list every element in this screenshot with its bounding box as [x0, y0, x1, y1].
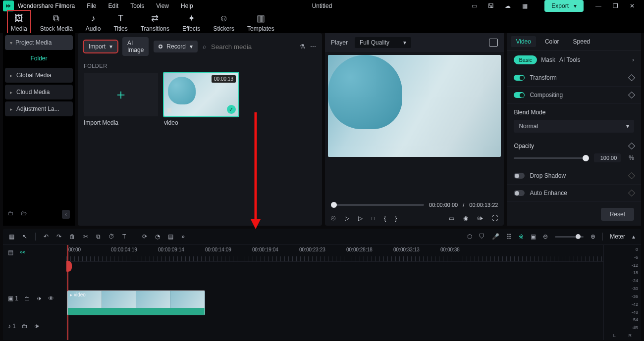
- close-icon[interactable]: ✕: [628, 2, 636, 10]
- stop-icon[interactable]: □: [372, 215, 375, 222]
- tab-video[interactable]: Video: [511, 36, 536, 47]
- zoom-slider[interactable]: [555, 236, 584, 238]
- tab-stickers[interactable]: ☺Stickers: [211, 12, 236, 33]
- tab-stock-media[interactable]: ⧉Stock Media: [38, 12, 75, 33]
- auto-enhance-toggle[interactable]: [514, 190, 525, 196]
- compositing-row[interactable]: Compositing: [507, 87, 641, 104]
- mark-out-icon[interactable]: }: [395, 215, 397, 222]
- keyframe-icon[interactable]: [628, 143, 635, 149]
- tab-color[interactable]: Color: [545, 38, 559, 45]
- mixer-icon[interactable]: ☷: [506, 233, 512, 240]
- display-icon[interactable]: ▭: [449, 215, 454, 222]
- mark-in-icon[interactable]: {: [384, 215, 386, 222]
- meter-label[interactable]: Meter: [610, 233, 625, 240]
- drop-shadow-toggle[interactable]: [514, 173, 525, 179]
- apps-icon[interactable]: ▦: [9, 233, 14, 240]
- cut-icon[interactable]: ✂: [83, 233, 88, 240]
- timeline-clip[interactable]: ▸video: [67, 291, 205, 315]
- zoom-in-icon[interactable]: ⊕: [590, 233, 595, 240]
- menu-tools[interactable]: Tools: [130, 2, 144, 9]
- opacity-track[interactable]: [514, 157, 589, 159]
- menu-edit[interactable]: Edit: [108, 2, 119, 9]
- screen-icon[interactable]: ▭: [470, 2, 478, 10]
- volume-icon[interactable]: 🕪: [477, 215, 483, 222]
- mute-icon[interactable]: 🕩: [36, 295, 42, 302]
- menu-view[interactable]: View: [156, 2, 169, 9]
- record-button[interactable]: Record▾: [154, 41, 198, 52]
- blend-mode-select[interactable]: Normal▾: [514, 120, 634, 133]
- tab-audio[interactable]: ♪Audio: [84, 12, 103, 33]
- minimize-icon[interactable]: ―: [594, 2, 602, 10]
- undo-icon[interactable]: ↶: [44, 233, 49, 240]
- tab-templates[interactable]: ▥Templates: [245, 12, 276, 33]
- keyframe-icon[interactable]: [628, 172, 635, 179]
- color-icon[interactable]: ◔: [155, 233, 160, 240]
- tab-titles[interactable]: TTitles: [111, 12, 129, 33]
- shield-icon[interactable]: ⛉: [479, 233, 485, 240]
- sidebar-item-cloud-media[interactable]: ▸Cloud Media: [5, 85, 73, 99]
- crop-icon[interactable]: ⧉: [96, 233, 101, 240]
- search-input[interactable]: [211, 43, 295, 50]
- drop-shadow-row[interactable]: Drop Shadow: [507, 167, 641, 185]
- rotate-icon[interactable]: ⟳: [142, 233, 147, 240]
- zoom-out-icon[interactable]: ⊖: [543, 233, 548, 240]
- scrub-head[interactable]: [331, 202, 337, 208]
- play-backward-icon[interactable]: ▷: [345, 215, 349, 222]
- marker-icon[interactable]: ⬡: [467, 233, 472, 240]
- opacity-thumb[interactable]: [583, 155, 589, 161]
- import-button[interactable]: Import▾: [84, 41, 117, 52]
- mute-icon[interactable]: 🕩: [34, 323, 40, 330]
- maximize-icon[interactable]: ❐: [611, 2, 619, 10]
- transform-toggle[interactable]: [514, 75, 525, 81]
- fullscreen-icon[interactable]: ⛶: [492, 215, 498, 222]
- play-icon[interactable]: ▷: [358, 215, 363, 222]
- tab-speed[interactable]: Speed: [573, 38, 590, 45]
- quality-select[interactable]: Full Quality▾: [355, 37, 411, 48]
- tab-media[interactable]: 🖼Media: [9, 12, 29, 33]
- menu-help[interactable]: Help: [181, 2, 193, 9]
- lock-icon[interactable]: 🗀: [24, 295, 30, 302]
- more-icon[interactable]: »: [181, 233, 185, 240]
- sidebar-item-global-media[interactable]: ▸Global Media: [5, 68, 73, 83]
- speed-icon[interactable]: ⏱: [108, 233, 114, 240]
- subtab-ai-tools[interactable]: AI Tools: [559, 56, 580, 63]
- audio-track-header[interactable]: ♪ 1 🗀 🕩: [3, 312, 66, 340]
- subtab-basic[interactable]: Basic: [514, 55, 537, 64]
- reset-button[interactable]: Reset: [601, 208, 634, 221]
- auto-enhance-row[interactable]: Auto Enhance: [507, 185, 641, 202]
- more-icon[interactable]: ⋯: [310, 43, 316, 50]
- save-icon[interactable]: 🖫: [487, 2, 495, 10]
- opacity-value[interactable]: 100.00: [594, 153, 621, 162]
- time-ruler[interactable]: 00:00 00:00:04:19 00:00:09:14 00:00:14:0…: [66, 245, 603, 262]
- prev-frame-icon[interactable]: ⦾: [331, 215, 336, 222]
- ai-image-button[interactable]: AI Image: [122, 37, 149, 56]
- tracks-icon[interactable]: ▤: [8, 249, 13, 256]
- export-button[interactable]: Export ▾: [544, 0, 584, 12]
- folder-label[interactable]: Folder: [3, 50, 75, 67]
- text-icon[interactable]: T: [122, 233, 126, 240]
- video-clip-card[interactable]: 00:00:13 ▣ ✓: [164, 73, 238, 116]
- compositing-toggle[interactable]: [514, 92, 525, 98]
- collapse-sidebar-icon[interactable]: ‹: [62, 210, 70, 219]
- filter-icon[interactable]: ⚗: [300, 43, 305, 50]
- apps-icon[interactable]: ▦: [521, 2, 529, 10]
- chevron-right-icon[interactable]: ›: [632, 56, 634, 63]
- magnet-icon[interactable]: ※: [519, 233, 524, 240]
- tab-effects[interactable]: ✦Effects: [180, 12, 202, 33]
- pointer-icon[interactable]: ↖: [22, 233, 27, 240]
- folder-icon[interactable]: 🗁: [21, 210, 27, 219]
- lock-icon[interactable]: 🗀: [22, 323, 28, 330]
- keyframe-icon[interactable]: [628, 190, 635, 196]
- import-media-card[interactable]: ＋: [84, 73, 158, 116]
- folder-add-icon[interactable]: 🗀: [8, 210, 14, 219]
- frame-icon[interactable]: ▣: [531, 233, 536, 240]
- transform-row[interactable]: Transform: [507, 69, 641, 87]
- subtab-mask[interactable]: Mask: [541, 56, 555, 63]
- menu-file[interactable]: File: [87, 2, 96, 9]
- timeline-tracks[interactable]: 00:00 00:00:04:19 00:00:09:14 00:00:14:0…: [66, 245, 603, 340]
- delete-icon[interactable]: 🗑: [69, 233, 75, 240]
- cloud-icon[interactable]: ☁: [504, 2, 512, 10]
- adjust-icon[interactable]: ▤: [168, 233, 173, 240]
- redo-icon[interactable]: ↷: [56, 233, 61, 240]
- keyframe-icon[interactable]: [628, 74, 635, 81]
